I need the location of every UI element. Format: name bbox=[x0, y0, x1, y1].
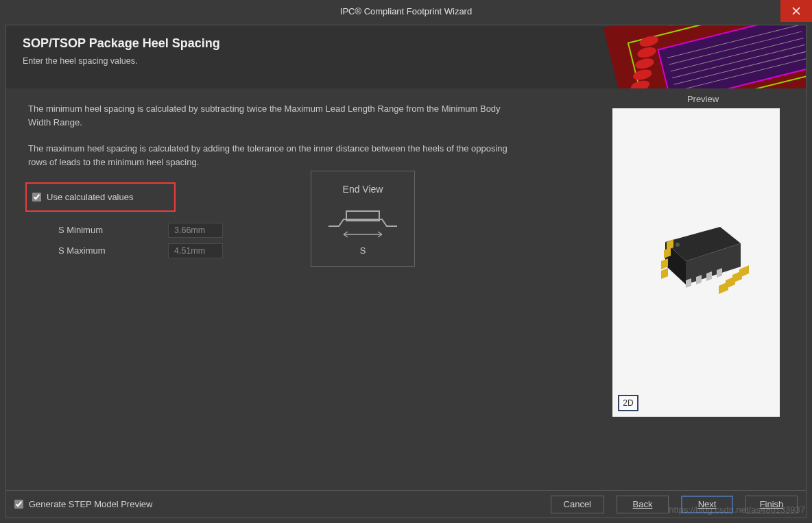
highlight-annotation: Use calculated values bbox=[25, 182, 176, 212]
generate-step-input[interactable] bbox=[14, 500, 23, 509]
description-2: The maximum heel spacing is calculated b… bbox=[28, 142, 515, 169]
end-view-dim-label: S bbox=[360, 245, 366, 256]
cancel-button[interactable]: Cancel bbox=[551, 496, 604, 513]
generate-step-checkbox[interactable]: Generate STEP Model Preview bbox=[14, 499, 152, 509]
end-view-diagram: End View S bbox=[311, 171, 415, 267]
use-calculated-label: Use calculated values bbox=[47, 192, 133, 202]
svg-marker-35 bbox=[719, 282, 728, 294]
preview-2d-toggle[interactable]: 2D bbox=[618, 395, 638, 411]
preview-3d-viewport[interactable]: 2D bbox=[612, 108, 780, 417]
svg-point-5 bbox=[632, 68, 653, 82]
close-button[interactable] bbox=[780, 0, 812, 22]
s-maximum-label: S Maximum bbox=[58, 245, 168, 256]
description-1: The minimum heel spacing is calculated b… bbox=[28, 102, 515, 130]
finish-button-label: Finish bbox=[760, 499, 784, 509]
svg-point-4 bbox=[630, 79, 651, 88]
s-minimum-field: 3.66mm bbox=[168, 223, 223, 238]
svg-marker-29 bbox=[661, 268, 668, 279]
next-button[interactable]: Next bbox=[681, 496, 733, 513]
svg-point-27 bbox=[676, 243, 680, 247]
window-title: IPC® Compliant Footprint Wizard bbox=[340, 6, 472, 16]
page-title: SOP/TSOP Package Heel Spacing bbox=[23, 36, 789, 51]
chip-3d-icon bbox=[631, 208, 761, 317]
next-button-label: Next bbox=[698, 499, 717, 509]
preview-label: Preview bbox=[612, 94, 793, 104]
close-icon bbox=[792, 7, 800, 15]
use-calculated-checkbox[interactable]: Use calculated values bbox=[32, 192, 133, 202]
use-calculated-input[interactable] bbox=[32, 193, 41, 202]
finish-button[interactable]: Finish bbox=[745, 496, 798, 513]
generate-step-label: Generate STEP Model Preview bbox=[29, 499, 152, 509]
back-button-label: Back bbox=[633, 499, 653, 509]
s-minimum-label: S Minimum bbox=[58, 225, 168, 235]
end-view-title: End View bbox=[343, 184, 383, 195]
svg-point-9 bbox=[665, 25, 680, 27]
page-subtitle: Enter the heel spacing values. bbox=[23, 56, 789, 66]
s-maximum-field: 4.51mm bbox=[168, 243, 223, 258]
wizard-header: SOP/TSOP Package Heel Spacing Enter the … bbox=[6, 25, 806, 88]
back-button[interactable]: Back bbox=[617, 496, 669, 513]
svg-marker-28 bbox=[661, 258, 668, 269]
